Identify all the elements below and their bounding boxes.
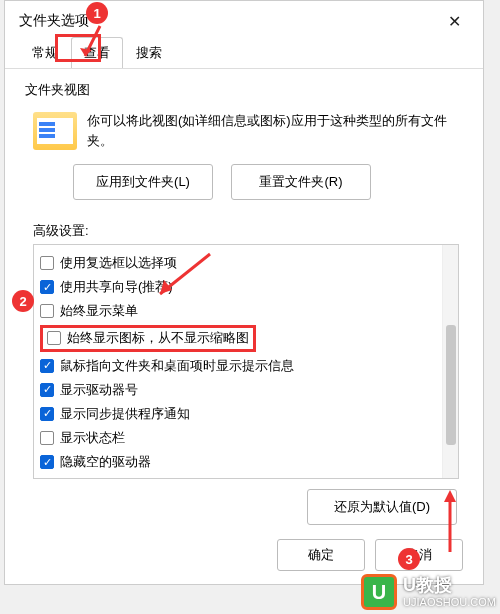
apply-to-folders-button[interactable]: 应用到文件夹(L) bbox=[73, 164, 213, 200]
scrollbar-thumb[interactable] bbox=[446, 325, 456, 445]
folder-view-section: 文件夹视图 你可以将此视图(如详细信息或图标)应用于这种类型的所有文件夹。 应用… bbox=[5, 69, 483, 222]
callout-3: 3 bbox=[398, 548, 420, 570]
watermark-logo: U bbox=[361, 574, 397, 610]
tab-general[interactable]: 常规 bbox=[19, 37, 71, 68]
tabs: 常规 查看 搜索 bbox=[5, 37, 483, 69]
list-item[interactable]: 显示同步提供程序通知 bbox=[38, 402, 454, 426]
close-button[interactable]: ✕ bbox=[439, 11, 469, 31]
checkbox[interactable] bbox=[40, 383, 54, 397]
list-item[interactable]: 始终显示图标，从不显示缩略图 bbox=[38, 323, 454, 353]
titlebar: 文件夹选项 ✕ bbox=[5, 1, 483, 37]
watermark-title: U教授 bbox=[403, 575, 496, 597]
checkbox[interactable] bbox=[40, 359, 54, 373]
checkbox[interactable] bbox=[40, 304, 54, 318]
callout-2: 2 bbox=[12, 290, 34, 312]
folder-icon bbox=[33, 112, 77, 150]
watermark: U U教授 UJIAOSHOU.COM bbox=[361, 574, 496, 610]
checkbox[interactable] bbox=[47, 331, 61, 345]
reset-folders-button[interactable]: 重置文件夹(R) bbox=[231, 164, 371, 200]
highlighted-item: 始终显示图标，从不显示缩略图 bbox=[40, 325, 256, 351]
item-label: 隐藏空的驱动器 bbox=[60, 452, 151, 472]
callout-1: 1 bbox=[86, 2, 108, 24]
folder-view-label: 文件夹视图 bbox=[25, 81, 463, 99]
window-title: 文件夹选项 bbox=[19, 12, 89, 30]
item-label: 显示状态栏 bbox=[60, 428, 125, 448]
advanced-settings-label: 高级设置: bbox=[5, 222, 483, 244]
list-item[interactable]: 使用复选框以选择项 bbox=[38, 251, 454, 275]
restore-defaults-button[interactable]: 还原为默认值(D) bbox=[307, 489, 457, 525]
list-item[interactable]: 隐藏空的驱动器 bbox=[38, 450, 454, 474]
advanced-settings-list[interactable]: 使用复选框以选择项使用共享向导(推荐)始终显示菜单始终显示图标，从不显示缩略图鼠… bbox=[33, 244, 459, 479]
folder-options-window: 文件夹选项 ✕ 常规 查看 搜索 文件夹视图 你可以将此视图(如详细信息或图标)… bbox=[4, 0, 484, 585]
scrollbar[interactable] bbox=[442, 245, 458, 478]
checkbox[interactable] bbox=[40, 431, 54, 445]
tab-view[interactable]: 查看 bbox=[71, 37, 123, 68]
item-label: 鼠标指向文件夹和桌面项时显示提示信息 bbox=[60, 356, 294, 376]
item-label: 始终显示菜单 bbox=[60, 301, 138, 321]
list-item[interactable]: 鼠标指向文件夹和桌面项时显示提示信息 bbox=[38, 354, 454, 378]
list-item[interactable]: 显示驱动器号 bbox=[38, 378, 454, 402]
list-item[interactable]: 隐藏受保护的操作系统文件(推荐) bbox=[38, 474, 454, 479]
item-label: 始终显示图标，从不显示缩略图 bbox=[67, 328, 249, 348]
checkbox[interactable] bbox=[40, 455, 54, 469]
checkbox[interactable] bbox=[40, 407, 54, 421]
item-label: 使用复选框以选择项 bbox=[60, 253, 177, 273]
list-item[interactable]: 始终显示菜单 bbox=[38, 299, 454, 323]
tab-search[interactable]: 搜索 bbox=[123, 37, 175, 68]
folder-view-desc: 你可以将此视图(如详细信息或图标)应用于这种类型的所有文件夹。 bbox=[87, 111, 463, 150]
checkbox[interactable] bbox=[40, 280, 54, 294]
watermark-url: UJIAOSHOU.COM bbox=[403, 596, 496, 609]
item-label: 使用共享向导(推荐) bbox=[60, 277, 173, 297]
list-item[interactable]: 显示状态栏 bbox=[38, 426, 454, 450]
item-label: 显示同步提供程序通知 bbox=[60, 404, 190, 424]
ok-button[interactable]: 确定 bbox=[277, 539, 365, 571]
list-item[interactable]: 使用共享向导(推荐) bbox=[38, 275, 454, 299]
item-label: 隐藏受保护的操作系统文件(推荐) bbox=[60, 476, 251, 479]
item-label: 显示驱动器号 bbox=[60, 380, 138, 400]
checkbox[interactable] bbox=[40, 256, 54, 270]
